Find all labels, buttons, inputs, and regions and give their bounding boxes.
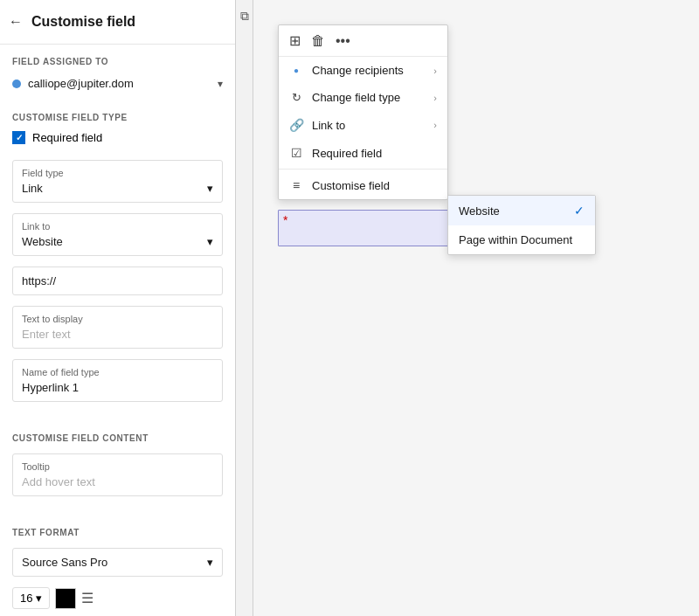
menu-item-label: Required field <box>312 147 437 160</box>
link-to-submenu: Website ✓ Page within Document <box>447 195 596 255</box>
submenu-label: Page within Document <box>459 233 572 246</box>
sidebar: ← Customise field FIELD ASSIGNED TO call… <box>0 0 236 616</box>
section-content: CUSTOMISE FIELD CONTENT <box>0 421 235 448</box>
link-to-group[interactable]: Link to Website ▾ <box>12 213 223 256</box>
customise-icon: ≡ <box>289 178 303 192</box>
link-icon: 🔗 <box>289 118 303 132</box>
arrow-icon: › <box>433 66 437 76</box>
font-format-row: 16 ▾ ☰ <box>0 582 235 614</box>
assigned-email-row[interactable]: calliope@jupiter.dom ▾ <box>0 72 235 100</box>
link-to-label: Link to <box>22 221 213 232</box>
arrow-icon: › <box>433 93 437 103</box>
check-icon: ✓ <box>574 204 585 218</box>
required-checkbox[interactable] <box>12 131 25 144</box>
name-of-field-value[interactable]: Hyperlink 1 <box>22 381 213 394</box>
text-align-icon[interactable]: ☰ <box>81 590 93 606</box>
menu-item-label: Customise field <box>312 179 437 192</box>
name-of-field-label: Name of field type <box>22 367 213 377</box>
submenu-label: Website <box>459 204 500 218</box>
tooltip-label: Tooltip <box>22 461 213 472</box>
menu-item-link-to[interactable]: 🔗 Link to › Website ✓ Page within Docume… <box>279 111 447 139</box>
section-customise-type: CUSTOMISE FIELD TYPE <box>0 100 235 128</box>
tooltip-input[interactable]: Add hover text <box>22 475 213 488</box>
grid-icon[interactable]: ⊞ <box>289 32 301 49</box>
tooltip-group: Tooltip Add hover text <box>12 453 223 496</box>
menu-item-label: Change field type <box>312 91 425 104</box>
chevron-down-icon: ▾ <box>207 556 213 569</box>
font-selector[interactable]: Source Sans Pro ▾ <box>22 556 213 569</box>
font-selector-group[interactable]: Source Sans Pro ▾ <box>12 548 223 577</box>
field-type-selector[interactable]: Link ▾ <box>22 182 213 195</box>
delete-icon[interactable]: 🗑 <box>311 33 325 49</box>
text-to-display-label: Text to display <box>22 314 213 324</box>
url-input[interactable]: https:// <box>12 266 223 295</box>
field-type-value: Link <box>22 182 43 195</box>
arrow-icon: › <box>433 120 437 130</box>
link-to-value: Website <box>22 235 63 248</box>
menu-toolbar: ⊞ 🗑 ••• <box>279 25 447 57</box>
required-field-row[interactable]: Required field <box>0 128 235 155</box>
sidebar-header: ← Customise field <box>0 0 235 45</box>
required-asterisk: * <box>283 213 287 227</box>
back-icon: ← <box>9 14 23 30</box>
font-size-value: 16 <box>20 592 32 605</box>
chevron-down-icon: ▾ <box>207 235 213 248</box>
menu-item-required-field[interactable]: ☑ Required field <box>279 139 447 167</box>
name-of-field-group: Name of field type Hyperlink 1 <box>12 359 223 402</box>
url-value: https:// <box>22 274 56 287</box>
link-to-selector[interactable]: Website ▾ <box>22 235 213 248</box>
field-name-text: Hyperlink 1 <box>22 381 79 394</box>
chevron-down-icon: ▾ <box>36 592 42 605</box>
back-button[interactable]: ← <box>7 12 24 31</box>
recipients-icon: ● <box>289 66 303 75</box>
copy-icon[interactable]: ⧉ <box>240 9 249 24</box>
menu-item-customise-field[interactable]: ≡ Customise field <box>279 171 447 199</box>
font-size-selector[interactable]: 16 ▾ <box>12 587 50 609</box>
menu-item-label: Link to <box>312 119 425 132</box>
chevron-down-icon: ▾ <box>218 78 223 90</box>
recipient-dot <box>12 80 21 88</box>
main-content: ⊞ 🗑 ••• ● Change recipients › ↻ Change f… <box>253 0 699 616</box>
color-picker[interactable] <box>55 588 76 609</box>
menu-item-change-field-type[interactable]: ↻ Change field type › <box>279 84 447 111</box>
submenu-item-page-within-document[interactable]: Page within Document <box>448 225 595 254</box>
change-field-icon: ↻ <box>289 91 303 104</box>
page-title: Customise field <box>31 14 135 30</box>
font-value: Source Sans Pro <box>22 556 107 569</box>
field-type-label: Field type <box>22 168 213 178</box>
menu-item-label: Change recipients <box>312 64 425 77</box>
section-text-format: TEXT FORMAT <box>0 516 235 543</box>
chevron-down-icon: ▾ <box>207 182 213 195</box>
checkbox-icon: ☑ <box>289 146 303 160</box>
menu-separator <box>279 169 447 170</box>
more-options-icon[interactable]: ••• <box>336 33 350 49</box>
menu-item-change-recipients[interactable]: ● Change recipients › <box>279 57 447 84</box>
required-field-label: Required field <box>32 131 102 144</box>
text-to-display-input[interactable]: Enter text <box>22 328 213 341</box>
context-menu: ⊞ 🗑 ••• ● Change recipients › ↻ Change f… <box>278 24 448 200</box>
assigned-email: calliope@jupiter.dom <box>28 77 211 90</box>
text-to-display-group: Text to display Enter text <box>12 306 223 349</box>
submenu-item-website[interactable]: Website ✓ <box>448 196 595 225</box>
field-type-group[interactable]: Field type Link ▾ <box>12 160 223 203</box>
section-field-assigned: FIELD ASSIGNED TO <box>0 45 235 72</box>
middle-strip: ⧉ <box>236 0 253 616</box>
